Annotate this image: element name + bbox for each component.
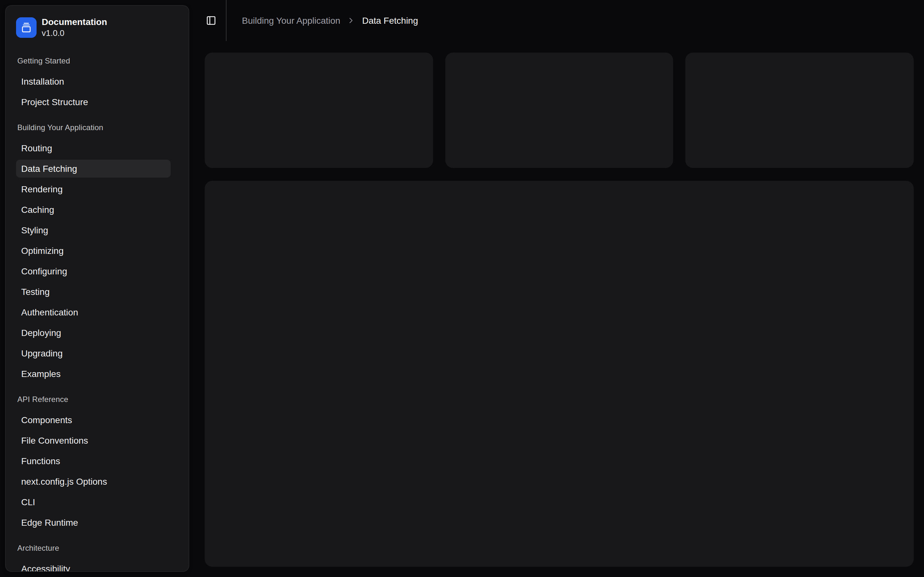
nav-menu: Accessibility [16,560,171,571]
nav-group-label: Building Your Application [16,119,171,137]
nav-menu: Components File Conventions Functions ne… [16,411,171,532]
main-area: Building Your Application Data Fetching [194,0,924,577]
sidebar-item-configuring[interactable]: Configuring [16,262,171,280]
placeholder-card-row [205,53,914,168]
nav-group-architecture: Architecture Accessibility [6,537,189,571]
sidebar-item-authentication[interactable]: Authentication [16,303,171,321]
sidebar-item-routing[interactable]: Routing [16,139,171,157]
main-header: Building Your Application Data Fetching [194,0,924,41]
header-separator [226,0,226,41]
nav-group-label: API Reference [16,390,171,408]
placeholder-card [445,53,673,168]
placeholder-card [686,53,914,168]
sidebar-item-caching[interactable]: Caching [16,201,171,219]
sidebar-item-cli[interactable]: CLI [16,493,171,511]
nav-menu: Installation Project Structure [16,73,171,111]
placeholder-card [205,53,433,168]
nav-menu: Routing Data Fetching Rendering Caching … [16,139,171,383]
sidebar-title-block: Documentation v1.0.0 [42,17,107,37]
panel-left-icon [206,15,216,26]
nav-group-getting-started: Getting Started Installation Project Str… [6,49,189,116]
gallery-vertical-end-icon [21,23,31,33]
main-content [194,41,924,577]
app-root: Documentation v1.0.0 Getting Started Ins… [0,0,924,577]
nav-group-building-your-application: Building Your Application Routing Data F… [6,116,189,388]
sidebar-item-project-structure[interactable]: Project Structure [16,93,171,111]
sidebar-item-next-config-js-options[interactable]: next.config.js Options [16,472,171,490]
breadcrumb-parent-link[interactable]: Building Your Application [242,15,341,26]
sidebar-item-components[interactable]: Components [16,411,171,429]
nav-group-api-reference: API Reference Components File Convention… [6,388,189,537]
app-title: Documentation [42,17,107,27]
logo-badge [16,17,37,38]
workspace-switcher-button[interactable]: Documentation v1.0.0 [11,12,184,43]
sidebar-header: Documentation v1.0.0 [6,6,189,48]
placeholder-panel [205,181,914,567]
sidebar-item-rendering[interactable]: Rendering [16,180,171,198]
app-version: v1.0.0 [42,29,107,38]
nav-group-label: Architecture [16,539,171,557]
sidebar-item-testing[interactable]: Testing [16,283,171,301]
nav-group-label: Getting Started [16,52,171,70]
sidebar-item-deploying[interactable]: Deploying [16,324,171,342]
chevron-right-icon [347,16,356,25]
sidebar-item-accessibility[interactable]: Accessibility [16,560,171,571]
sidebar-item-data-fetching[interactable]: Data Fetching [16,160,171,177]
breadcrumb-current-page: Data Fetching [362,15,418,26]
sidebar-toggle-button[interactable] [202,11,220,29]
sidebar-item-optimizing[interactable]: Optimizing [16,242,171,259]
sidebar-nav: Getting Started Installation Project Str… [6,48,189,571]
sidebar-item-examples[interactable]: Examples [16,365,171,383]
sidebar-item-edge-runtime[interactable]: Edge Runtime [16,514,171,532]
breadcrumb: Building Your Application Data Fetching [242,15,418,26]
sidebar: Documentation v1.0.0 Getting Started Ins… [5,5,189,572]
sidebar-item-file-conventions[interactable]: File Conventions [16,432,171,450]
sidebar-item-functions[interactable]: Functions [16,452,171,470]
sidebar-item-installation[interactable]: Installation [16,73,171,90]
sidebar-item-upgrading[interactable]: Upgrading [16,344,171,362]
sidebar-item-styling[interactable]: Styling [16,221,171,239]
